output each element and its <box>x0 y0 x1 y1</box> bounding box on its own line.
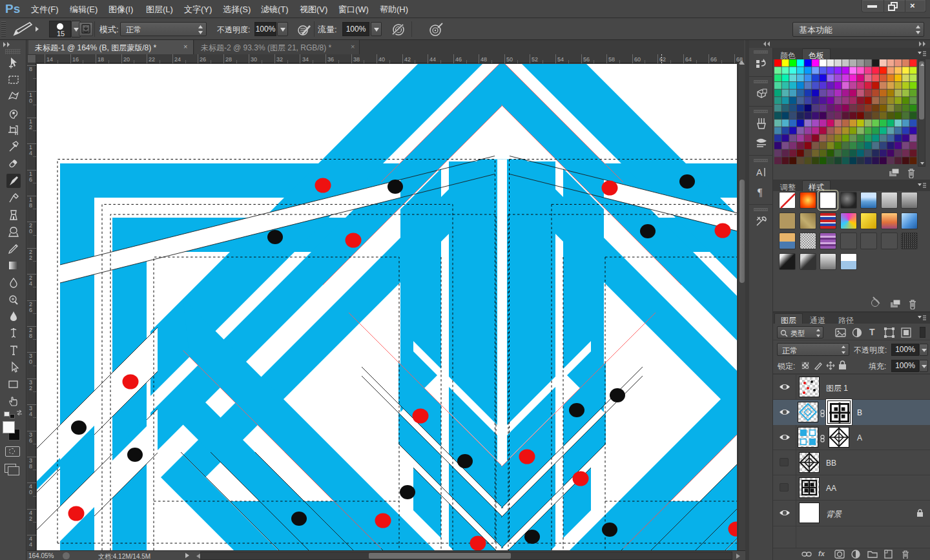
svg-text:¶: ¶ <box>758 187 763 198</box>
svg-text:A: A <box>756 167 763 178</box>
